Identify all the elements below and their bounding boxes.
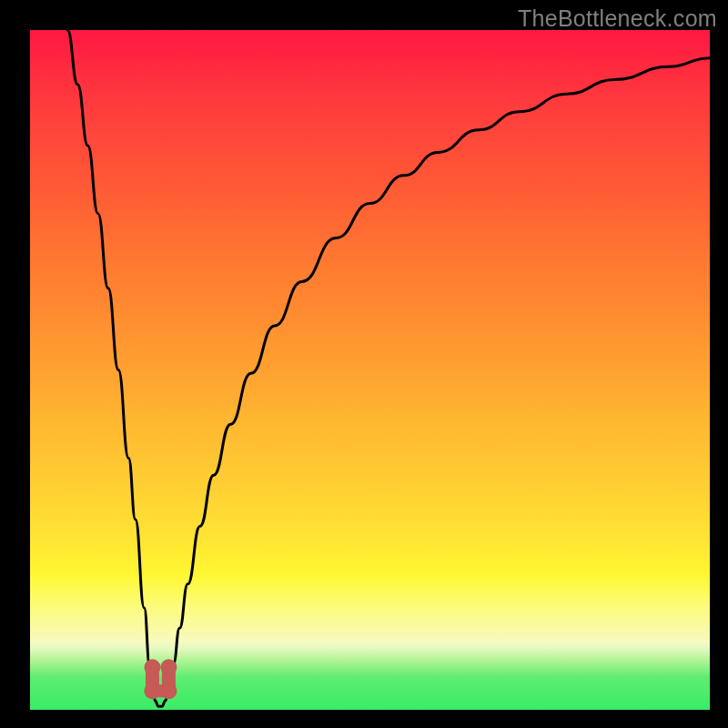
- plot-area: [30, 30, 710, 710]
- bottleneck-curve: [67, 30, 710, 706]
- chart-svg: [30, 30, 710, 710]
- valley-marker-top-1: [160, 659, 177, 675]
- watermark-text: TheBottleneck.com: [518, 5, 717, 32]
- valley-marker-top-0: [144, 659, 160, 675]
- chart-frame: TheBottleneck.com: [0, 0, 728, 728]
